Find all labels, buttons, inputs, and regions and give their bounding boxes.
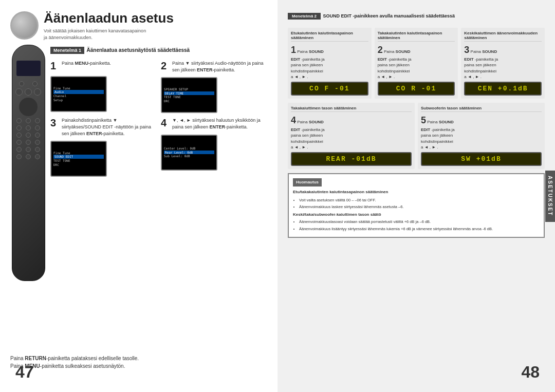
remote-btn [35, 140, 40, 145]
right-col1: Etukaiutinten kaiutintasapainon säätämin… [288, 28, 372, 99]
step4-header: 4 ▼, ◄, ► siirtyäksesi haluutun yksikköö… [161, 117, 267, 130]
remote-btn [25, 88, 32, 96]
remote-btn [35, 133, 40, 138]
step2-screen: SPEAKER SETUP DELAY TIME TEST TONE DRC [161, 77, 217, 113]
menu-note: Paina MENU-painiketta sulkeaksesi asetus… [10, 363, 267, 369]
asetukset-label: ASETUKSET [545, 171, 555, 222]
remote-btn [35, 147, 40, 152]
step1-block: 1 Paina MENU-painiketta. Fine Tune Audio… [50, 60, 157, 113]
title-area: Äänenlaadun asetus Voit säätää jokaisen … [10, 10, 267, 41]
remote-btn [26, 133, 31, 138]
col1-step: 1 Paina SOUND EDIT -painiketta ja paina … [291, 44, 368, 80]
remote-dpad [19, 98, 38, 116]
bottom-col2-step-num: 5 [421, 115, 426, 125]
huomautus-item: Voit valita asetuksen väliltä 00 – –06 t… [299, 197, 540, 203]
bottom-col2-step: 5 Paina SOUND EDIT -painiketta ja paina … [421, 114, 542, 150]
huomautus-item: Äänenvoimakkuus lisääntyy siirtyessäsi l… [299, 226, 540, 232]
huomautus-item: Äänenvoimakkuus laskee siirtyessäsi lähe… [299, 204, 540, 210]
col2-lcd: CO R -01 [378, 82, 455, 96]
step4-text: ▼, ◄, ► siirtyäksesi haluutun yksikköön … [172, 117, 267, 130]
return-note: Paina RETURN-painiketta palataksesi edel… [10, 356, 267, 361]
right-bottom-col1: Takakaiuttimen tason säätäminen 4 Paina … [288, 103, 415, 169]
step4-num: 4 [161, 117, 170, 129]
remote-btn [15, 88, 23, 96]
method1-title: Äänenlaatua asetusnäytöstä säädettäessä [86, 47, 190, 53]
step4-screen: Center Level: 0dB Rear Level: 0dB Sub Le… [161, 135, 217, 171]
remote-btn [35, 154, 40, 159]
huomautus-box: Huomautus Etu/takakaiutinten kaiutintasa… [288, 173, 545, 238]
remote-btn [26, 125, 31, 130]
remote-btn [19, 81, 24, 86]
remote-btn [16, 133, 22, 138]
step2-block: 2 Paina ▼ siirtyäksesi Audio-näyttöön ja… [161, 60, 267, 113]
bottom-col1-step-num: 4 [291, 115, 296, 125]
right-col2: Takakaiutinten kaiutintasapainon säätämi… [375, 28, 458, 99]
right-top-grid: Etukaiutinten kaiutintasapainon säätämin… [288, 28, 545, 99]
huomautus-list2: Äänenvoimakkuustasoasi voidaan säätää po… [293, 219, 540, 232]
col3-lcd: CEN +0.1dB [464, 82, 542, 96]
step1-text: Paina MENU-painiketta. [62, 60, 111, 67]
left-steps-area: 1 Paina MENU-painiketta. Fine Tune Audio… [50, 60, 267, 177]
remote-btn [34, 88, 41, 96]
method2-title: SOUND EDIT -painikkeen avulla manuaalise… [323, 13, 455, 18]
remote-btn [35, 118, 40, 123]
remote-btn [26, 147, 31, 152]
step3-block: 3 Painakohdistinpainiketta ▼ siirtyäkses… [50, 117, 157, 177]
step3-screen: Fine Tune SOUND EDIT TEST TONE DRC [50, 141, 107, 177]
method2-header-area: Menetelmä 2 SOUND EDIT -painikkeen avull… [288, 10, 545, 24]
remote-control-image [10, 45, 46, 281]
remote-btn [16, 147, 22, 152]
method1-label: Menetelmä 1 [50, 47, 84, 54]
remote-btn [16, 140, 22, 145]
step3-text: Painakohdistinpainiketta ▼ siirtyäkses/S… [62, 117, 157, 137]
huomautus-list1: Voit valita asetuksen väliltä 00 – –06 t… [293, 197, 540, 210]
huomautus-section2-title: Keski/taka/subwoofer-kaiuttimen tason sä… [293, 212, 540, 218]
page-num-right: 48 [521, 363, 540, 382]
remote-btn [26, 154, 31, 159]
bottom-col1-header: Takakaiuttimen tason säätäminen [291, 106, 412, 112]
step3-header: 3 Painakohdistinpainiketta ▼ siirtyäkses… [50, 117, 157, 137]
step2-text: Paina ▼ siirtyäksesi Audio-näyttöön ja p… [172, 60, 267, 73]
method2-label: Menetelmä 2 [288, 13, 321, 20]
col2-step: 2 Paina SOUND EDIT -painiketta ja paina … [378, 44, 455, 80]
left-panel: Äänenlaadun asetus Voit säätää jokaisen … [0, 0, 278, 392]
remote-btn [16, 154, 22, 159]
subtitle-text: Voit säätää jokaisen kaiuttimen kanavata… [44, 28, 174, 41]
huomautus-label: Huomautus [293, 178, 322, 186]
step4-block: 4 ▼, ◄, ► siirtyäksesi haluutun yksikköö… [161, 117, 267, 177]
right-bottom-col2: Subwooferin tason säätäminen 5 Paina SOU… [418, 103, 545, 169]
remote-btn [26, 118, 31, 123]
page-num-left: 47 [15, 363, 34, 382]
remote-btn [35, 125, 40, 130]
bottom-notes: Paina RETURN-painiketta palataksesi edel… [10, 356, 267, 369]
step2-header: 2 Paina ▼ siirtyäksesi Audio-näyttöön ja… [161, 60, 267, 73]
remote-btn [16, 118, 22, 123]
speaker-icon [10, 11, 39, 40]
method1-content: Menetelmä 1 Äänenlaatua asetusnäytöstä s… [50, 45, 267, 281]
remote-btn [26, 140, 31, 145]
huomautus-section1-title: Etu/takakaiutinten kaiutintasapainon sää… [293, 189, 540, 195]
main-title: Äänenlaadun asetus [44, 10, 174, 26]
right-panel: Menetelmä 2 SOUND EDIT -painikkeen avull… [278, 0, 555, 392]
right-bottom-grid: Takakaiuttimen tason säätäminen 4 Paina … [288, 103, 545, 169]
col3-step: 3 Paina SOUND EDIT -painiketta ja paina … [464, 44, 542, 80]
bottom-col2-lcd: SW +01dB [421, 152, 542, 166]
huomautus-item: Äänenvoimakkuustasoasi voidaan säätää po… [299, 219, 540, 225]
col3-step-num: 3 [464, 45, 469, 55]
col3-header: Keskikaiuttimen äänenvoimakkuuden säätäm… [464, 31, 542, 42]
col2-step-num: 2 [378, 45, 383, 55]
col1-lcd: CO F -01 [291, 82, 368, 96]
step2-num: 2 [161, 60, 170, 72]
bottom-col1-step: 4 Paina SOUND EDIT -painiketta ja paina … [291, 114, 412, 150]
col2-header: Takakaiutinten kaiutintasapainon säätämi… [378, 31, 455, 42]
remote-btn [32, 81, 38, 86]
step3-num: 3 [50, 117, 60, 129]
col1-step-num: 1 [291, 45, 296, 55]
col1-header: Etukaiutinten kaiutintasapainon säätämin… [291, 31, 368, 42]
step1-screen: Fine Tune Audio Channel Setup [50, 76, 107, 112]
step1-header: 1 Paina MENU-painiketta. [50, 60, 157, 72]
bottom-col1-lcd: REAR -01dB [291, 152, 412, 166]
bottom-col2-header: Subwooferin tason säätäminen [421, 106, 542, 112]
right-col3: Keskikaiuttimen äänenvoimakkuuden säätäm… [461, 28, 545, 99]
remote-btn [16, 125, 22, 130]
